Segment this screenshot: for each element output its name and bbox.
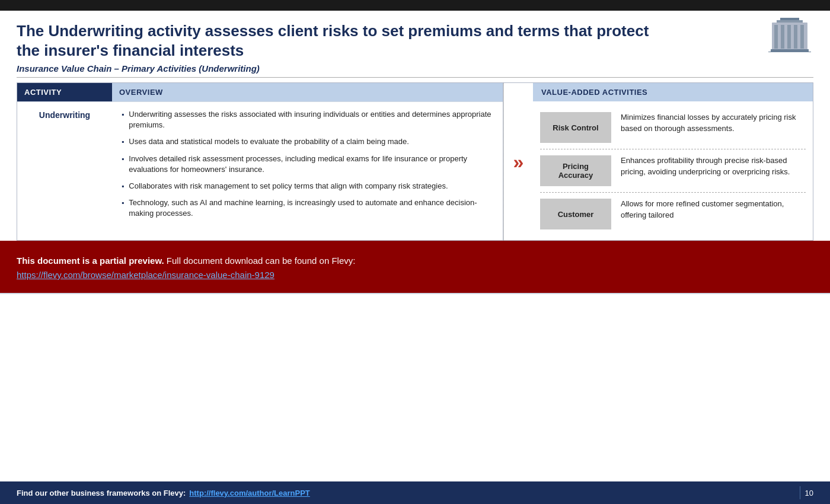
overview-cell: Underwriting assesses the risks associat… bbox=[112, 101, 503, 232]
table-header-row: ACTIVITY OVERVIEW bbox=[17, 83, 503, 101]
value-description: Allows for more refined customer segment… bbox=[621, 199, 806, 221]
divider-arrow-area: » bbox=[503, 83, 533, 240]
preview-banner: This document is a partial preview. Full… bbox=[0, 241, 830, 293]
svg-rect-7 bbox=[800, 25, 804, 49]
activity-label: Underwriting bbox=[39, 110, 90, 120]
preview-link[interactable]: https://flevy.com/browse/marketplace/ins… bbox=[17, 270, 274, 280]
main-table: ACTIVITY OVERVIEW Underwriting Underwrit… bbox=[17, 82, 813, 241]
right-table: VALUE-ADDED ACTIVITIES Risk ControlMinim… bbox=[533, 83, 813, 240]
svg-rect-5 bbox=[787, 25, 791, 49]
page-title: The Underwriting activity assesses clien… bbox=[17, 21, 813, 60]
footer-text: Find our other business frameworks on Fl… bbox=[17, 489, 186, 497]
main-content: The Underwriting activity assesses clien… bbox=[0, 11, 830, 241]
svg-rect-1 bbox=[777, 20, 803, 23]
top-bar bbox=[0, 0, 830, 11]
bullet-item: Involves detailed risk assessment proces… bbox=[122, 154, 493, 175]
value-description: Minimizes financial losses by accurately… bbox=[621, 112, 806, 135]
svg-rect-3 bbox=[774, 25, 778, 49]
value-added-header: VALUE-ADDED ACTIVITIES bbox=[533, 83, 813, 101]
value-label-box: Customer bbox=[540, 199, 611, 229]
preview-bold: This document is a partial preview. bbox=[17, 256, 164, 266]
value-item: Pricing AccuracyEnhances profitability t… bbox=[540, 149, 806, 193]
building-icon bbox=[766, 17, 813, 52]
footer-content: Find our other business frameworks on Fl… bbox=[17, 489, 310, 497]
preview-normal: Full document download can be found on F… bbox=[167, 256, 356, 266]
bullet-item: Uses data and statistical models to eval… bbox=[122, 136, 493, 147]
footer-link[interactable]: http://flevy.com/author/LearnPPT bbox=[189, 489, 309, 497]
chevron-arrows-icon: » bbox=[513, 152, 524, 171]
subtitle: Insurance Value Chain – Primary Activiti… bbox=[17, 63, 813, 78]
svg-rect-4 bbox=[781, 25, 784, 49]
value-label-box: Pricing Accuracy bbox=[540, 155, 611, 186]
bullet-item: Technology, such as AI and machine learn… bbox=[122, 197, 493, 219]
svg-rect-8 bbox=[771, 49, 809, 52]
svg-rect-2 bbox=[780, 18, 799, 20]
preview-text: This document is a partial preview. Full… bbox=[17, 254, 813, 282]
activity-cell: Underwriting bbox=[17, 101, 112, 232]
overview-column-header: OVERVIEW bbox=[112, 83, 503, 101]
value-added-body: Risk ControlMinimizes financial losses b… bbox=[533, 101, 813, 240]
value-label-box: Risk Control bbox=[540, 112, 611, 143]
activity-column-header: ACTIVITY bbox=[17, 83, 112, 101]
footer-page-number: 10 bbox=[805, 489, 813, 497]
bullet-item: Collaborates with risk management to set… bbox=[122, 181, 493, 192]
bottom-strip bbox=[0, 293, 830, 317]
footer: Find our other business frameworks on Fl… bbox=[0, 481, 830, 504]
bullet-item: Underwriting assesses the risks associat… bbox=[122, 109, 493, 130]
value-item: Risk ControlMinimizes financial losses b… bbox=[540, 106, 806, 149]
left-table: ACTIVITY OVERVIEW Underwriting Underwrit… bbox=[17, 83, 503, 240]
value-description: Enhances profitability through precise r… bbox=[621, 155, 806, 178]
svg-rect-9 bbox=[768, 52, 811, 52]
table-body-row: Underwriting Underwriting assesses the r… bbox=[17, 101, 503, 232]
value-item: CustomerAllows for more refined customer… bbox=[540, 193, 806, 235]
building-icon-container bbox=[766, 17, 813, 55]
svg-rect-6 bbox=[794, 25, 797, 49]
